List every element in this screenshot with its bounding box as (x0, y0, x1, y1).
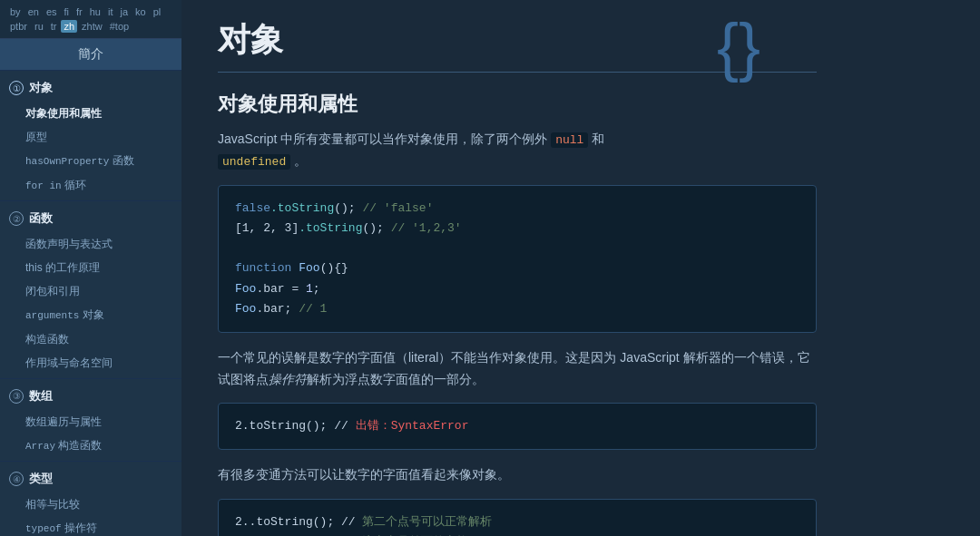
section-arrays: ③ 数组 数组遍历与属性 Array 构造函数 (0, 379, 181, 463)
sidebar-item-prototype[interactable]: 原型 (0, 125, 181, 149)
lang-ja[interactable]: ja (117, 5, 131, 18)
sidebar-item-objects-usage[interactable]: 对象使用和属性 (0, 102, 181, 125)
lang-it[interactable]: it (105, 5, 116, 18)
code-block-2: 2.toString(); // 出错：SyntaxError (218, 403, 817, 450)
lang-ko[interactable]: ko (132, 5, 149, 18)
sidebar-item-array-constructor[interactable]: Array 构造函数 (0, 434, 181, 458)
section-objects: ① 对象 对象使用和属性 原型 hasOwnProperty 函数 for in… (0, 71, 181, 201)
sidebar-item-typeof[interactable]: typeof 操作符 (0, 516, 181, 536)
section-functions: ② 函数 函数声明与表达式 this 的工作原理 闭包和引用 arguments… (0, 201, 181, 379)
code-line-5: Foo.bar; // 1 (235, 299, 799, 319)
section1-para2: 一个常见的误解是数字的字面值（literal）不能当作对象使用。这是因为 Jav… (218, 347, 817, 391)
lang-fi[interactable]: fi (62, 5, 73, 18)
sidebar-item-closure[interactable]: 闭包和引用 (0, 279, 181, 303)
sidebar-item-equality[interactable]: 相等与比较 (0, 492, 181, 516)
section-objects-num: ① (9, 81, 24, 95)
code-line-alt1: 2..toString(); // 第二个点号可以正常解析 (235, 512, 799, 532)
para2-text2: 解析为浮点数字面值的一部分。 (307, 372, 485, 386)
intro-button[interactable]: 簡介 (0, 39, 181, 71)
lang-ptbr[interactable]: ptbr (7, 20, 30, 33)
sidebar-item-this[interactable]: this 的工作原理 (0, 256, 181, 279)
sidebar-item-fn-decl[interactable]: 函数声明与表达式 (0, 232, 181, 256)
code-line-alt2: 2 .toString(); // 注意点号前面的空格 (235, 532, 799, 536)
para1-text2: 和 (592, 132, 604, 146)
code-line-2: [1, 2, 3].toString(); // '1,2,3' (235, 219, 799, 239)
section-functions-header[interactable]: ② 函数 (0, 205, 181, 232)
lang-zhtw[interactable]: zhtw (79, 20, 105, 33)
sidebar-item-constructor[interactable]: 构造函数 (0, 327, 181, 351)
section-arrays-label: 数组 (29, 388, 53, 404)
curly-braces-icon: { } (717, 9, 751, 83)
section1-title: 对象使用和属性 (218, 91, 817, 118)
sidebar-item-scope[interactable]: 作用域与命名空间 (0, 351, 181, 375)
undefined-code: undefined (218, 154, 290, 170)
top-link[interactable]: #top (107, 20, 132, 33)
section-functions-num: ② (9, 211, 24, 226)
sidebar-item-arguments[interactable]: arguments 对象 (0, 303, 181, 327)
section-arrays-header[interactable]: ③ 数组 (0, 383, 181, 410)
code-block-1: false.toString(); // 'false' [1, 2, 3].t… (218, 185, 817, 333)
lang-fr[interactable]: fr (74, 5, 85, 18)
para2-italic: 操作符 (269, 372, 307, 386)
section1-para3: 有很多变通方法可以让数字的字面值看起来像对象。 (218, 464, 817, 486)
sidebar-item-forin[interactable]: for in 循环 (0, 173, 181, 198)
section-types: ④ 类型 相等与比较 typeof 操作符 instanceof 操作符 类型转… (0, 462, 181, 536)
lang-zh[interactable]: zh (61, 20, 77, 33)
para1-text1: JavaScript 中所有变量都可以当作对象使用，除了两个例外 (218, 132, 551, 146)
sidebar-item-array-traverse[interactable]: 数组遍历与属性 (0, 410, 181, 434)
code-block-3: 2..toString(); // 第二个点号可以正常解析 2 .toStrin… (218, 499, 817, 536)
lang-ru[interactable]: ru (32, 20, 46, 33)
code-line-blank (235, 239, 799, 258)
code-line-tostring-err: 2.toString(); // 出错：SyntaxError (235, 416, 799, 436)
lang-en[interactable]: en (25, 5, 42, 18)
sidebar: by en es fi fr hu it ja ko pl ptbr ru tr… (0, 0, 181, 536)
main-content: { } 对象 对象使用和属性 JavaScript 中所有变量都可以当作对象使用… (181, 0, 853, 536)
code-line-4: Foo.bar = 1; (235, 279, 799, 299)
lang-hu[interactable]: hu (87, 5, 103, 18)
section1-para1: JavaScript 中所有变量都可以当作对象使用，除了两个例外 null 和 … (218, 129, 817, 172)
null-code: null (551, 132, 588, 148)
section-functions-label: 函数 (29, 210, 53, 227)
section-objects-header[interactable]: ① 对象 (0, 74, 181, 102)
lang-by[interactable]: by (7, 5, 24, 18)
section-arrays-num: ③ (9, 389, 24, 404)
lang-pl[interactable]: pl (151, 5, 164, 18)
lang-tr[interactable]: tr (48, 20, 60, 33)
code-line-3: function Foo(){} (235, 258, 799, 278)
code-line-1: false.toString(); // 'false' (235, 199, 799, 219)
sidebar-item-hasownproperty[interactable]: hasOwnProperty 函数 (0, 149, 181, 173)
section-types-header[interactable]: ④ 类型 (0, 465, 181, 492)
lang-es[interactable]: es (44, 5, 60, 18)
para1-text3: 。 (294, 153, 307, 168)
section-objects-label: 对象 (29, 80, 53, 96)
lang-bar: by en es fi fr hu it ja ko pl ptbr ru tr… (0, 0, 181, 39)
section-types-label: 类型 (29, 471, 53, 487)
section-types-num: ④ (9, 472, 24, 486)
